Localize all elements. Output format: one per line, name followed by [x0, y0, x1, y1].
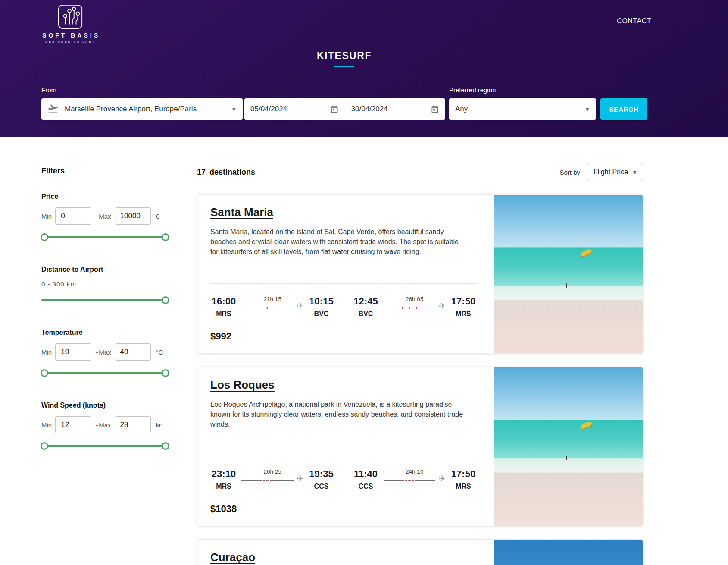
sort-by-label: Sort by: [559, 169, 580, 176]
temperature-filter: Temperature Min - Max °C: [41, 329, 169, 377]
arrival-airport-code: BVC: [308, 310, 335, 318]
filters-panel: Filters Price Min - Max € Distance to Ai…: [41, 137, 169, 450]
flight-itinerary: 23:10 MRS 26h 25 ✈: [210, 468, 477, 490]
plane-takeoff-icon: [47, 104, 59, 115]
circuit-logo-icon: [42, 3, 98, 30]
divider: [41, 254, 169, 254]
temperature-slider[interactable]: [41, 369, 169, 377]
plane-icon: ✈: [439, 474, 446, 483]
wind-unit: kn: [156, 421, 163, 429]
arrival-time: 10:15: [308, 296, 335, 307]
start-date-value: 05/04/2024: [250, 105, 330, 113]
sort-value: Flight Price: [594, 168, 628, 176]
arrival-airport-code: MRS: [450, 483, 477, 490]
price-max-input[interactable]: [115, 207, 151, 225]
stops-dots: [384, 479, 436, 482]
departure-airport-code: MRS: [210, 310, 237, 318]
divider: [210, 283, 477, 284]
wind-min-input[interactable]: [55, 416, 91, 433]
return-leg: 11:40 CCS 24h 10 ✈: [353, 468, 477, 490]
leg-separator: [344, 297, 344, 315]
price-slider-min-handle[interactable]: [41, 233, 48, 241]
chevron-down-icon: ▼: [584, 106, 590, 113]
distance-range-text: 0 - 300 km: [41, 280, 169, 288]
from-label: From: [41, 86, 243, 94]
destination-description: Los Roques Archipelago, a national park …: [210, 399, 466, 430]
wind-max-input[interactable]: [115, 416, 151, 433]
wind-slider-min-handle[interactable]: [41, 442, 48, 450]
distance-slider[interactable]: [41, 296, 169, 304]
price-slider[interactable]: [41, 233, 169, 241]
range-dash: -: [96, 213, 98, 220]
temperature-slider-min-handle[interactable]: [41, 369, 48, 377]
filters-title: Filters: [41, 166, 169, 176]
price-slider-max-handle[interactable]: [162, 233, 169, 241]
destination-card-los-roques[interactable]: Los Roques Los Roques Archipelago, a nat…: [197, 367, 643, 526]
arrival-airport-code: MRS: [450, 310, 477, 318]
region-select[interactable]: Any ▼: [449, 98, 596, 120]
kite-shape: [580, 248, 593, 258]
brand-logo[interactable]: SOFT BASIS DESIGNED TO LAST: [42, 3, 98, 43]
title-underline: [334, 66, 354, 67]
sort-select[interactable]: Flight Price ▼: [587, 163, 643, 181]
arrival-time: 17:50: [450, 468, 477, 480]
plane-icon: ✈: [439, 301, 446, 311]
arrival-time: 17:50: [450, 296, 477, 307]
departure-time: 23:10: [210, 468, 237, 480]
price-min-input[interactable]: [55, 207, 91, 225]
calendar-icon[interactable]: [330, 105, 339, 113]
search-button[interactable]: SEARCH: [600, 98, 647, 120]
flight-line: [241, 480, 294, 481]
start-date-input[interactable]: 05/04/2024: [244, 98, 345, 120]
results-panel: 17destinations Sort by Flight Price ▼ Sa…: [197, 137, 643, 565]
header: SOFT BASIS DESIGNED TO LAST CONTACT KITE…: [0, 0, 728, 137]
chevron-down-icon: ▼: [632, 169, 637, 176]
flight-duration: 21h 15: [241, 296, 304, 302]
temperature-max-input[interactable]: [115, 343, 151, 361]
stops-dots: [241, 306, 294, 310]
stops-dots: [384, 306, 436, 310]
wind-slider[interactable]: [41, 442, 169, 450]
from-airport-select[interactable]: Marseille Provence Airport, Europe/Paris…: [41, 98, 243, 120]
outbound-leg: 16:00 MRS 21h 15 ✈: [210, 296, 335, 318]
slider-track: [41, 372, 169, 374]
flight-itinerary: 16:00 MRS 21h 15 ✈: [210, 296, 477, 318]
destination-card-curacao[interactable]: Curaçao: [197, 539, 643, 565]
slider-track: [41, 236, 169, 238]
price-filter: Price Min - Max €: [41, 193, 169, 241]
destination-title[interactable]: Curaçao: [210, 551, 477, 564]
distance-filter: Distance to Airport 0 - 300 km: [41, 266, 169, 304]
wind-filter-label: Wind Speed (knots): [41, 402, 169, 409]
brand-name: SOFT BASIS: [42, 32, 98, 39]
results-count: 17destinations: [197, 168, 255, 177]
return-leg: 12:45 BVC 26h 05 ✈: [353, 296, 477, 318]
departure-time: 12:45: [353, 296, 379, 307]
distance-filter-label: Distance to Airport: [41, 266, 169, 273]
region-label: Preferred region: [449, 86, 596, 94]
temperature-min-input[interactable]: [55, 343, 91, 361]
temperature-slider-max-handle[interactable]: [162, 369, 169, 377]
wind-slider-max-handle[interactable]: [162, 442, 169, 450]
end-date-input[interactable]: 30/04/2024: [345, 98, 446, 120]
calendar-icon[interactable]: [431, 105, 439, 113]
temperature-min-label: Min: [41, 348, 52, 356]
temperature-max-label: Max: [99, 348, 111, 356]
destination-card-santa-maria[interactable]: Santa Maria Santa Maria, located on the …: [197, 194, 643, 354]
outbound-leg: 23:10 MRS 26h 25 ✈: [210, 468, 335, 490]
wind-min-label: Min: [41, 421, 52, 429]
departure-time: 16:00: [210, 296, 237, 307]
from-airport-value: Marseille Provence Airport, Europe/Paris: [65, 105, 228, 113]
distance-slider-max-handle[interactable]: [162, 296, 169, 304]
destination-title[interactable]: Los Roques: [210, 378, 477, 392]
destination-title[interactable]: Santa Maria: [210, 206, 477, 219]
kitesurfer-shape: [566, 283, 567, 288]
kitesurfer-shape: [566, 456, 567, 460]
region-value: Any: [455, 105, 581, 113]
destination-photo: [494, 367, 643, 526]
brand-tagline: DESIGNED TO LAST: [42, 40, 98, 43]
range-dash: -: [96, 421, 98, 429]
contact-link[interactable]: CONTACT: [617, 17, 651, 25]
slider-track: [41, 445, 169, 447]
price-min-label: Min: [41, 213, 52, 220]
plane-icon: ✈: [297, 474, 304, 483]
